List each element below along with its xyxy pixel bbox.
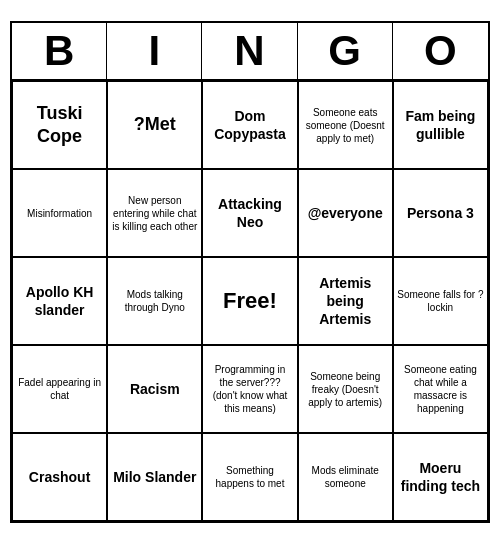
bingo-cell-14: Someone falls for ?lockin — [393, 257, 488, 345]
header-letter-o: O — [393, 23, 488, 79]
bingo-cell-12: Free! — [202, 257, 297, 345]
bingo-cell-17: Programming in the server??? (don't know… — [202, 345, 297, 433]
bingo-cell-7: Attacking Neo — [202, 169, 297, 257]
bingo-cell-4: Fam being gullible — [393, 81, 488, 169]
bingo-cell-0: Tuski Cope — [12, 81, 107, 169]
bingo-cell-2: Dom Copypasta — [202, 81, 297, 169]
bingo-cell-9: Persona 3 — [393, 169, 488, 257]
bingo-cell-10: Apollo KH slander — [12, 257, 107, 345]
bingo-cell-5: Misinformation — [12, 169, 107, 257]
bingo-cell-15: Fadel appearing in chat — [12, 345, 107, 433]
bingo-cell-23: Mods eliminate someone — [298, 433, 393, 521]
bingo-cell-18: Someone being freaky (Doesn't apply to a… — [298, 345, 393, 433]
bingo-grid: Tuski Cope?MetDom CopypastaSomeone eats … — [12, 81, 488, 521]
header-letter-b: B — [12, 23, 107, 79]
bingo-cell-24: Moeru finding tech — [393, 433, 488, 521]
bingo-cell-1: ?Met — [107, 81, 202, 169]
bingo-cell-6: New person entering while chat is killin… — [107, 169, 202, 257]
bingo-cell-20: Crashout — [12, 433, 107, 521]
header-letter-n: N — [202, 23, 297, 79]
header-letter-i: I — [107, 23, 202, 79]
bingo-cell-21: Milo Slander — [107, 433, 202, 521]
bingo-cell-16: Racism — [107, 345, 202, 433]
bingo-cell-19: Someone eating chat while a massacre is … — [393, 345, 488, 433]
bingo-cell-11: Mods talking through Dyno — [107, 257, 202, 345]
bingo-cell-3: Someone eats someone (Doesnt apply to me… — [298, 81, 393, 169]
bingo-cell-22: Something happens to met — [202, 433, 297, 521]
bingo-header: BINGO — [12, 23, 488, 81]
bingo-cell-13: Artemis being Artemis — [298, 257, 393, 345]
header-letter-g: G — [298, 23, 393, 79]
bingo-cell-8: @everyone — [298, 169, 393, 257]
bingo-card: BINGO Tuski Cope?MetDom CopypastaSomeone… — [10, 21, 490, 523]
